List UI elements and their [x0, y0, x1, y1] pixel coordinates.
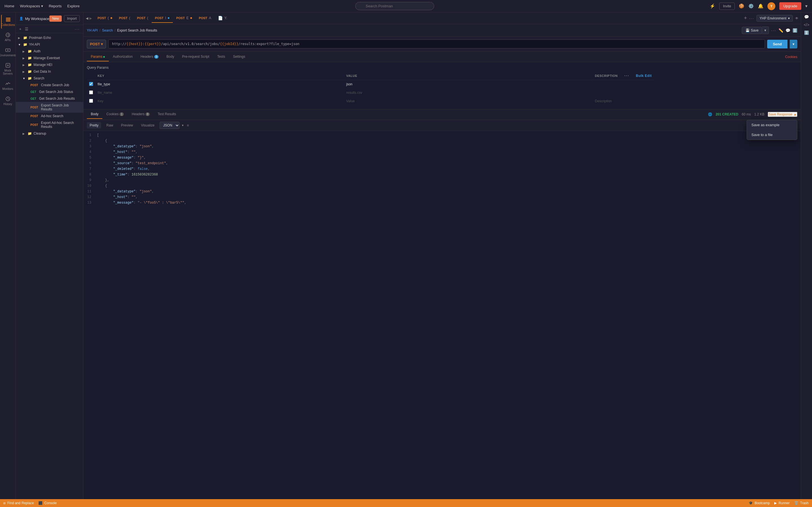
code-side-icon[interactable]: </>: [804, 22, 809, 27]
param-checkbox-empty[interactable]: [89, 99, 93, 103]
runner-action[interactable]: ▶ Runner: [774, 501, 790, 505]
param-key-file-type[interactable]: file_type: [98, 82, 110, 86]
console-action[interactable]: ⬛ Console: [38, 501, 57, 505]
save-as-example-option[interactable]: Save as example: [747, 120, 797, 130]
tree-item-search[interactable]: ▼ 📁 Search: [16, 75, 83, 82]
save-response-button[interactable]: Save Response ▲: [768, 112, 797, 117]
tree-item-cleanup[interactable]: ▶ 📁 Cleanup: [16, 130, 83, 137]
sidebar-item-environments[interactable]: Environments: [1, 45, 15, 59]
edit-icon[interactable]: ✏️: [778, 28, 783, 33]
find-replace-action[interactable]: ⧈ Find and Replace: [3, 501, 34, 505]
environment-selector[interactable]: YHP Environment ▾: [756, 15, 793, 22]
comment-icon[interactable]: 💬: [785, 28, 790, 33]
tree-item-export-search-job-results[interactable]: POST Export Search Job Results: [16, 102, 83, 113]
sidebar-item-collections[interactable]: Collections: [1, 15, 15, 29]
breadcrumb-search[interactable]: Search: [102, 29, 113, 33]
add-tab-icon[interactable]: +: [744, 15, 747, 21]
param-checkbox-file-name[interactable]: [89, 91, 93, 94]
explore-link[interactable]: Explore: [67, 3, 80, 9]
method-select[interactable]: POST ▾: [87, 40, 106, 48]
response-tab-body[interactable]: Body: [87, 110, 102, 119]
tab-0[interactable]: POST (: [94, 14, 116, 23]
param-desc-empty[interactable]: Description: [595, 99, 612, 103]
format-select[interactable]: JSON XML HTML Text: [160, 122, 180, 129]
tree-item-yh-api[interactable]: ▼ 📁 YH API: [16, 41, 83, 48]
tab-y[interactable]: 📄 Y.: [214, 13, 231, 23]
param-checkbox-file-type[interactable]: [89, 82, 93, 86]
tab-tests[interactable]: Tests: [213, 52, 229, 61]
more-params-icon[interactable]: ···: [624, 73, 629, 78]
sidebar-item-mock-servers[interactable]: Mock Servers: [1, 60, 15, 77]
forward-icon[interactable]: ▶: [89, 16, 92, 20]
tree-item-export-adhoc-search-results[interactable]: POST Export Ad-hoc Search Results: [16, 119, 83, 130]
sync-icon[interactable]: ⚡: [710, 3, 715, 9]
upgrade-button[interactable]: Upgrade: [779, 2, 801, 10]
comment-side-icon[interactable]: 💬: [804, 15, 809, 19]
tree-item-get-search-job-results[interactable]: GET Get Search Job Results: [16, 95, 83, 102]
home-link[interactable]: Home: [4, 3, 14, 9]
trash-action[interactable]: 🗑️ Trash: [794, 501, 809, 505]
tab-2[interactable]: POST (: [134, 14, 152, 23]
sidebar-item-history[interactable]: History: [1, 94, 15, 108]
tree-item-get-data-in[interactable]: ▶ 📁 Get Data In: [16, 68, 83, 75]
tab-3[interactable]: POST I: [152, 14, 173, 23]
bootcamp-action[interactable]: 🎓 Bootcamp: [749, 501, 770, 505]
format-preview[interactable]: Preview: [118, 122, 136, 128]
tab-body[interactable]: Body: [162, 52, 178, 61]
save-dropdown-button[interactable]: ▾: [762, 26, 769, 34]
send-button[interactable]: Send: [767, 40, 788, 48]
tree-item-postman-echo[interactable]: ▶ 📁 Postman Echo: [16, 34, 83, 41]
send-dropdown-button[interactable]: ▾: [790, 40, 797, 48]
tab-params[interactable]: Params: [87, 52, 109, 61]
info-icon[interactable]: ℹ️: [793, 28, 797, 33]
tab-1[interactable]: POST (: [116, 14, 134, 23]
save-to-file-option[interactable]: Save to a file: [747, 130, 797, 140]
settings-icon[interactable]: ⚙️: [748, 3, 754, 9]
workspaces-btn[interactable]: Workspaces ▾: [20, 4, 43, 8]
breadcrumb-yh-api[interactable]: YH API: [87, 29, 98, 33]
param-key-empty[interactable]: Key: [98, 99, 103, 103]
tree-item-manage-hei[interactable]: ▶ 📁 Manage HEI: [16, 61, 83, 68]
add-icon[interactable]: +: [19, 27, 21, 31]
tree-item-manage-eventset[interactable]: ▶ 📁 Manage Eventset: [16, 55, 83, 61]
format-pretty[interactable]: Pretty: [87, 122, 101, 128]
tab-settings[interactable]: Settings: [229, 52, 249, 61]
tabs-more-icon[interactable]: ···: [749, 16, 754, 20]
cookie-icon[interactable]: 🍪: [739, 3, 744, 9]
bulk-edit-button[interactable]: Bulk Edit: [636, 74, 652, 78]
format-visualize[interactable]: Visualize: [138, 122, 157, 128]
param-val-file-type[interactable]: json: [346, 82, 352, 86]
param-key-file-name[interactable]: file_name: [98, 91, 112, 95]
search-input[interactable]: [355, 2, 434, 10]
more-options-icon[interactable]: ···: [771, 28, 776, 33]
url-display[interactable]: http://{{host}}:{{port}}/api/search/v1.0…: [108, 40, 765, 48]
tree-item-create-search-job[interactable]: POST Create Search Job: [16, 82, 83, 89]
reports-link[interactable]: Reports: [49, 3, 62, 9]
eye-icon[interactable]: 👁: [795, 16, 799, 20]
sidebar-item-apis[interactable]: APIs: [1, 30, 15, 44]
response-tab-cookies[interactable]: Cookies1: [102, 110, 128, 119]
avatar[interactable]: Y: [767, 2, 775, 10]
tab-5[interactable]: POST A: [195, 14, 214, 23]
response-tab-test-results[interactable]: Test Results: [154, 110, 180, 119]
new-button[interactable]: New: [49, 15, 62, 22]
bell-icon[interactable]: 🔔: [758, 3, 763, 9]
response-tab-headers[interactable]: Headers8: [128, 110, 154, 119]
tab-headers[interactable]: Headers9: [137, 52, 162, 61]
back-icon[interactable]: ◀: [86, 16, 88, 20]
tree-item-adhoc-search[interactable]: POST Ad-hoc Search: [16, 113, 83, 119]
chevron-down-icon[interactable]: ▾: [805, 3, 808, 9]
save-button[interactable]: 💾 Save: [742, 27, 762, 34]
cookies-link[interactable]: Cookies: [785, 55, 797, 59]
filter-icon[interactable]: ☰: [25, 27, 29, 31]
invite-button[interactable]: Invite: [719, 3, 735, 10]
tree-item-auth[interactable]: ▶ 📁 Auth: [16, 48, 83, 55]
tree-item-get-search-job-status[interactable]: GET Get Search Job Status: [16, 89, 83, 95]
tab-4[interactable]: POST E: [173, 14, 195, 23]
tab-pre-request-script[interactable]: Pre-request Script: [178, 52, 213, 61]
wrap-lines-icon[interactable]: ≡: [187, 123, 189, 127]
more-options-icon[interactable]: ···: [75, 27, 80, 31]
format-raw[interactable]: Raw: [103, 122, 116, 128]
info-side-icon[interactable]: ℹ️: [804, 31, 809, 35]
import-button[interactable]: Import: [64, 15, 80, 22]
